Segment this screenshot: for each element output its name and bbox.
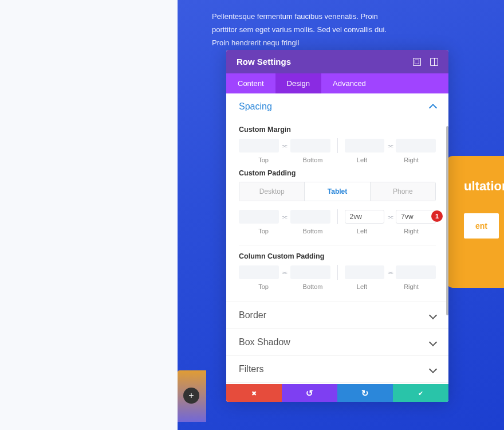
expand-icon[interactable] xyxy=(413,58,421,66)
link-icon[interactable]: ⫘ xyxy=(384,142,396,149)
modal-body[interactable]: Spacing Custom Margin ⫘ ⫘ xyxy=(226,93,448,384)
cta-title: ultation xyxy=(464,179,504,194)
section-animation-header[interactable]: Animation xyxy=(226,383,448,384)
divider xyxy=(337,209,338,224)
sub-right: Right xyxy=(387,157,436,163)
link-icon[interactable]: ⫘ xyxy=(384,269,396,276)
custom-padding-label: Custom Padding xyxy=(239,169,436,177)
chevron-down-icon xyxy=(429,365,437,373)
sub-right: Right xyxy=(387,283,436,290)
padding-right-input[interactable] xyxy=(396,210,436,224)
sub-left: Left xyxy=(337,228,387,234)
sub-bottom: Bottom xyxy=(288,283,337,290)
margin-bottom-input[interactable] xyxy=(290,139,330,153)
sub-left: Left xyxy=(337,283,387,290)
custom-padding-row: 1 ⫘ ⫘ xyxy=(239,209,436,224)
section-filters-title: Filters xyxy=(239,364,264,374)
close-icon xyxy=(251,389,257,397)
link-icon[interactable]: ⫘ xyxy=(279,142,290,149)
section-boxshadow-title: Box Shadow xyxy=(239,337,290,347)
padding-top-input[interactable] xyxy=(239,210,279,224)
margin-right-input[interactable] xyxy=(396,139,436,153)
tab-content[interactable]: Content xyxy=(226,73,275,93)
col-padding-top-input[interactable] xyxy=(239,265,279,279)
cta-card: ultation ent xyxy=(447,156,504,288)
modal-title: Row Settings xyxy=(237,57,291,67)
sub-right: Right xyxy=(387,228,436,234)
divider xyxy=(337,138,338,153)
device-desktop[interactable]: Desktop xyxy=(239,182,304,201)
sub-bottom: Bottom xyxy=(288,157,337,163)
modal-header: Row Settings xyxy=(226,50,448,73)
padding-bottom-input[interactable] xyxy=(290,210,330,224)
sub-top: Top xyxy=(239,283,288,290)
custom-margin-row: ⫘ ⫘ xyxy=(239,138,436,153)
scrollbar-thumb[interactable] xyxy=(446,126,448,315)
page-left-gutter xyxy=(0,0,178,430)
modal-tabs: Content Design Advanced xyxy=(226,73,448,93)
tab-advanced[interactable]: Advanced xyxy=(321,73,377,93)
sub-left: Left xyxy=(337,157,387,163)
col-padding-left-input[interactable] xyxy=(345,265,385,279)
column-padding-label: Column Custom Padding xyxy=(239,252,436,260)
sub-top: Top xyxy=(239,228,288,234)
column-padding-row: ⫘ ⫘ xyxy=(239,265,436,280)
margin-top-input[interactable] xyxy=(239,139,279,153)
margin-left-input[interactable] xyxy=(345,139,385,153)
device-tablet[interactable]: Tablet xyxy=(304,182,370,201)
save-button[interactable] xyxy=(393,384,448,402)
section-border-header[interactable]: Border xyxy=(226,302,448,329)
col-padding-bottom-input[interactable] xyxy=(290,265,330,279)
device-tabs: Desktop Tablet Phone xyxy=(239,182,436,201)
divider xyxy=(337,265,338,280)
section-filters-header[interactable]: Filters xyxy=(226,356,448,382)
tab-design[interactable]: Design xyxy=(275,73,321,93)
undo-button[interactable] xyxy=(282,384,337,402)
link-icon[interactable]: ⫘ xyxy=(279,269,290,276)
redo-icon xyxy=(361,388,369,398)
col-padding-right-input[interactable] xyxy=(396,265,436,279)
section-spacing-header[interactable]: Spacing xyxy=(226,93,448,120)
cta-button[interactable]: ent xyxy=(464,213,499,239)
snap-panel-icon[interactable] xyxy=(430,58,438,66)
chevron-down-icon xyxy=(429,338,437,346)
sub-top: Top xyxy=(239,157,288,163)
step-badge-1: 1 xyxy=(431,210,443,222)
row-settings-modal: Row Settings Content Design Advanced Spa… xyxy=(226,50,448,402)
chevron-up-icon xyxy=(429,104,437,112)
section-divider xyxy=(239,245,436,245)
link-icon[interactable]: ⫘ xyxy=(384,213,396,220)
link-icon[interactable]: ⫘ xyxy=(279,213,290,220)
device-phone[interactable]: Phone xyxy=(371,182,435,201)
chevron-down-icon xyxy=(429,311,437,319)
section-boxshadow-header[interactable]: Box Shadow xyxy=(226,329,448,355)
custom-margin-label: Custom Margin xyxy=(239,126,436,134)
section-spacing-title: Spacing xyxy=(239,101,272,112)
sub-bottom: Bottom xyxy=(288,228,337,234)
padding-left-input[interactable] xyxy=(345,210,385,224)
redo-button[interactable] xyxy=(337,384,393,402)
check-icon xyxy=(418,389,423,397)
modal-footer xyxy=(226,384,448,402)
undo-icon xyxy=(306,388,313,398)
cancel-button[interactable] xyxy=(226,384,282,402)
section-border-title: Border xyxy=(239,310,266,320)
hero-paragraph: Pellentesque fermentum faucibus venenati… xyxy=(212,10,395,49)
add-module-button[interactable]: + xyxy=(183,388,199,404)
